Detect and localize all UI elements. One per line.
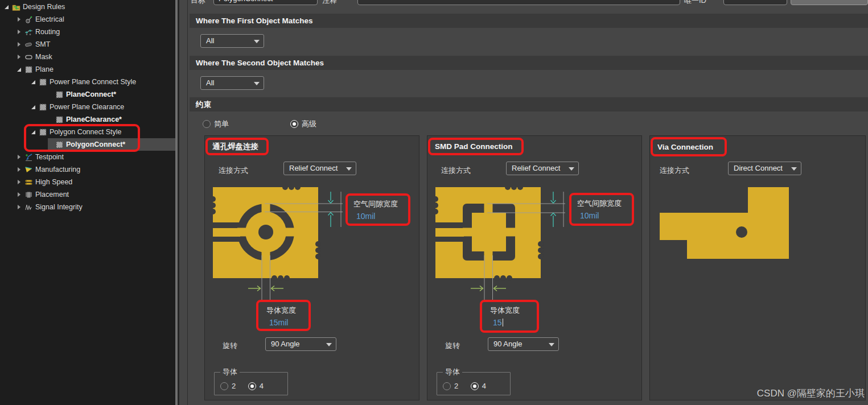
radio-circle-icon (443, 382, 451, 390)
conductor-width-value[interactable]: 15mil (266, 316, 308, 327)
first-match-header: Where The First Object Matches (190, 14, 868, 28)
conductor-width-input[interactable]: 15 (490, 316, 537, 327)
expand-arrow-icon[interactable] (16, 16, 23, 23)
smt-icon (24, 40, 33, 49)
mode-advanced-radio[interactable]: 高级 (290, 119, 316, 129)
expand-arrow-icon[interactable] (16, 66, 23, 73)
tree-item-polygonconnect-rule[interactable]: PolygonConnect* (0, 138, 175, 151)
tree-item-label: High Speed (35, 178, 72, 186)
plane-rule-icon (39, 128, 47, 137)
tree-item-electrical[interactable]: Electrical (0, 13, 175, 26)
radio-circle-icon (471, 382, 479, 390)
tree-item-label: Signal Integrity (35, 203, 83, 211)
panel-title: 通孔焊盘连接 (208, 140, 266, 154)
air-gap-label: 空气间隙宽度 (353, 199, 408, 209)
expand-arrow-icon[interactable] (16, 53, 23, 60)
radio-circle-icon (248, 382, 256, 390)
tree-item-manufacturing[interactable]: Manufacturing (0, 163, 175, 176)
tree-item-label: SMT (35, 40, 50, 48)
chevron-down-icon (326, 343, 332, 346)
tree-item-label: Power Plane Connect Style (50, 78, 136, 86)
rule-name-input[interactable]: PolygonConnect (213, 0, 318, 5)
via-direct-connect-graphic (660, 187, 789, 259)
second-match-dropdown[interactable]: All (200, 76, 264, 90)
comment-input[interactable] (357, 0, 680, 5)
tree-item-polygon-connect-style[interactable]: Polygon Connect Style (0, 126, 175, 138)
constraints-header: 约束 (190, 97, 868, 111)
conductors-4-radio[interactable]: 4 (471, 382, 486, 390)
electrical-icon (24, 15, 33, 24)
air-gap-value[interactable]: 10mil (353, 209, 408, 221)
generate-id-button[interactable] (791, 0, 868, 5)
tree-item-planeclearance-rule[interactable]: PlaneClearance* (0, 113, 175, 126)
conductors-2-radio[interactable]: 2 (220, 382, 236, 390)
connect-style-dropdown[interactable]: Relief Connect (283, 162, 356, 175)
expand-arrow-icon[interactable] (30, 129, 37, 135)
tree-item-label: PolygonConnect* (66, 140, 125, 148)
routing-icon (24, 28, 33, 36)
via-panel: Via Connection 连接方式 Direct Connect (649, 135, 866, 400)
connect-style-dropdown[interactable]: Direct Connect (728, 162, 801, 175)
tree-item-routing[interactable]: Routing (0, 26, 175, 38)
mask-icon (24, 53, 33, 61)
tree-item-mask[interactable]: Mask (0, 51, 175, 63)
tree-item-planeconnect-rule[interactable]: PlaneConnect* (0, 88, 175, 101)
content-divider-line (187, 0, 188, 405)
expand-arrow-icon[interactable] (16, 166, 23, 173)
expand-arrow-icon[interactable] (16, 179, 23, 185)
tree-item-label: Plane (35, 65, 54, 73)
tree-item-signal-integrity[interactable]: Signal Integrity (0, 201, 175, 213)
tree-item-power-plane-connect-style[interactable]: Power Plane Connect Style (0, 76, 175, 88)
smd-pad-panel: SMD Pad Connection 连接方式 Relief Connect (427, 135, 642, 400)
expand-arrow-icon[interactable] (30, 78, 37, 85)
tree-item-placement[interactable]: Placement (0, 188, 175, 201)
expand-arrow-icon[interactable] (30, 104, 37, 110)
annotation-redbox-conductor-width: 导体宽度 15mil (256, 300, 311, 331)
tree-item-label: Mask (35, 53, 52, 61)
conductors-4-label: 4 (482, 382, 486, 390)
conductors-2-label: 2 (232, 382, 236, 390)
air-gap-value[interactable]: 10mil (577, 209, 632, 220)
annotation-redbox-title: 通孔焊盘连接 (205, 138, 269, 155)
expand-arrow-icon[interactable] (16, 41, 23, 48)
conductors-2-radio[interactable]: 2 (443, 382, 458, 390)
conductors-2-label: 2 (454, 382, 458, 390)
connect-style-value: Direct Connect (734, 164, 783, 172)
high-speed-icon (24, 178, 33, 187)
mode-simple-radio[interactable]: 简单 (203, 119, 229, 129)
tree-item-smt[interactable]: SMT (0, 38, 175, 51)
expand-arrow-icon[interactable] (16, 191, 23, 198)
connect-style-label: 连接方式 (441, 166, 471, 176)
plane-rule-icon (24, 65, 33, 74)
expand-arrow-icon[interactable] (16, 204, 23, 210)
second-match-header: Where The Second Object Matches (190, 56, 868, 70)
expand-arrow-icon[interactable] (16, 154, 23, 160)
conductor-width-label: 导体宽度 (490, 305, 537, 316)
first-match-dropdown[interactable]: All (200, 34, 264, 48)
tree-item-label: PlaneConnect* (66, 90, 116, 98)
rotation-value: 90 Angle (271, 340, 300, 348)
conductors-group: 导体 2 4 (437, 367, 511, 395)
second-match-value: All (206, 78, 214, 87)
expand-arrow-icon[interactable] (3, 3, 10, 10)
tree-item-design-rules[interactable]: Design Rules (0, 1, 175, 13)
conductors-4-radio[interactable]: 4 (248, 382, 264, 390)
thru-hole-pad-panel: 通孔焊盘连接 连接方式 Relief Connect (204, 135, 419, 400)
chevron-down-icon (791, 167, 797, 171)
rotation-dropdown[interactable]: 90 Angle (265, 337, 336, 351)
tree-item-high-speed[interactable]: High Speed (0, 176, 175, 188)
conductors-label: 导体 (220, 367, 240, 377)
plane-rule-icon (55, 140, 64, 149)
conductors-label: 导体 (443, 367, 462, 377)
tree-item-testpoint[interactable]: Testpoint (0, 151, 175, 163)
tree-item-plane[interactable]: Plane (0, 63, 175, 76)
expand-arrow-icon[interactable] (16, 28, 23, 35)
watermark: CSDN @隔壁家的王小琪 (757, 387, 865, 400)
tree-item-power-plane-clearance[interactable]: Power Plane Clearance (0, 101, 175, 113)
unique-id-input[interactable] (723, 0, 787, 5)
connect-style-dropdown[interactable]: Relief Connect (506, 162, 579, 175)
rotation-dropdown[interactable]: 90 Angle (488, 337, 559, 351)
thermal-relief-pad-graphic (213, 187, 344, 301)
target-label: 目标 (191, 0, 205, 6)
annotation-redbox-air-gap: 空气间隙宽度 10mil (569, 193, 634, 226)
